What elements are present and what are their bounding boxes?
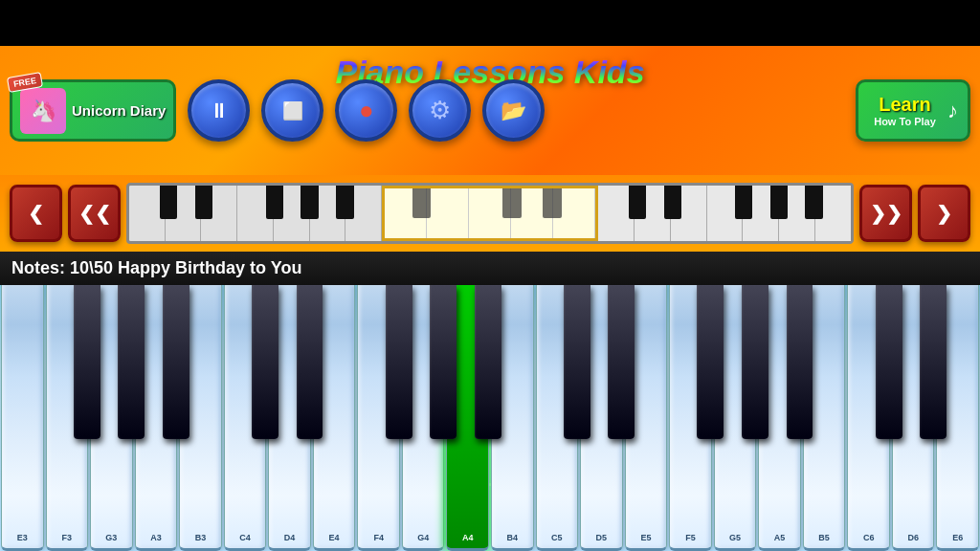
key-label-e3: E3: [17, 533, 28, 542]
learn-button[interactable]: Learn How To Play ♪: [856, 79, 970, 142]
key-label-e6: E6: [952, 533, 963, 542]
piano-preview: [126, 183, 854, 244]
key-label-d4: D4: [284, 533, 296, 542]
prev-single-icon: ❮: [28, 202, 44, 225]
black-key-d5sharp[interactable]: [608, 285, 635, 439]
prev-single-button[interactable]: ❮: [10, 185, 62, 242]
key-label-a4: A4: [462, 533, 474, 542]
unicorn-diary-label: Unicorn Diary: [72, 102, 166, 120]
unicorn-diary-button[interactable]: FREE 🦄 Unicorn Diary: [10, 79, 176, 142]
key-label-a3: A3: [150, 533, 162, 542]
record-button[interactable]: ●: [335, 79, 397, 142]
black-key-a5sharp[interactable]: [787, 285, 813, 439]
notes-status-bar: Notes: 10\50 Happy Birthday to You: [0, 252, 980, 285]
key-label-g4: G4: [417, 533, 429, 542]
black-key-a4sharp[interactable]: [475, 285, 501, 439]
black-key-f4sharp[interactable]: [386, 285, 412, 439]
key-label-f4: F4: [373, 533, 384, 542]
black-key-d4sharp[interactable]: [297, 285, 323, 439]
black-key-f5sharp[interactable]: [697, 285, 724, 439]
folder-button[interactable]: 📂: [482, 79, 545, 142]
music-note-icon: ♪: [947, 99, 958, 123]
pause-button[interactable]: ⏸: [188, 79, 250, 142]
next-double-button[interactable]: ❯❯: [859, 185, 912, 242]
key-label-c5: C5: [551, 533, 563, 542]
piano-keyboard-area: E3F3G3A3B3C4D4E4F4G4A4B4C5D5E5F5G5A5B5C6…: [0, 285, 980, 551]
key-label-b5: B5: [818, 533, 830, 542]
key-label-d5: D5: [596, 533, 608, 542]
settings-icon: ⚙: [429, 96, 451, 125]
prev-double-button[interactable]: ❮❮: [68, 185, 121, 242]
next-double-icon: ❯❯: [870, 202, 902, 225]
key-label-a5: A5: [774, 533, 786, 542]
black-key-g3sharp[interactable]: [118, 285, 145, 439]
top-black-bar: [0, 0, 980, 46]
record-icon: ●: [359, 96, 374, 125]
key-label-b4: B4: [507, 533, 519, 542]
key-label-b3: B3: [195, 533, 207, 542]
black-key-f3sharp[interactable]: [74, 285, 100, 439]
black-key-g4sharp[interactable]: [430, 285, 457, 439]
black-key-g5sharp[interactable]: [742, 285, 768, 439]
key-label-e4: E4: [329, 533, 340, 542]
key-label-f3: F3: [62, 533, 73, 542]
black-key-d6sharp[interactable]: [920, 285, 947, 439]
black-key-c4sharp[interactable]: [252, 285, 278, 439]
key-label-c4: C4: [239, 533, 251, 542]
learn-text: Learn How To Play: [868, 94, 942, 127]
unicorn-icon: 🦄: [20, 88, 66, 134]
key-label-g5: G5: [729, 533, 741, 542]
prev-double-icon: ❮❮: [78, 202, 111, 225]
stop-button[interactable]: ⬜: [261, 79, 323, 142]
pause-icon: ⏸: [209, 99, 230, 123]
next-single-icon: ❯: [936, 202, 952, 225]
black-key-a3sharp[interactable]: [163, 285, 189, 439]
settings-button[interactable]: ⚙: [409, 79, 471, 142]
key-label-g3: G3: [105, 533, 117, 542]
key-label-d6: D6: [907, 533, 919, 542]
key-label-e5: E5: [640, 533, 651, 542]
black-key-c6sharp[interactable]: [876, 285, 902, 439]
notes-text: Notes: 10\50 Happy Birthday to You: [11, 258, 301, 278]
folder-icon: 📂: [501, 99, 526, 123]
app-header: FREE 🦄 Unicorn Diary ⏸ ⬜ ● ⚙ 📂 Piano Les…: [0, 46, 980, 175]
key-label-f5: F5: [685, 533, 696, 542]
piano-key-e3[interactable]: E3: [1, 285, 44, 551]
key-label-c6: C6: [863, 533, 875, 542]
stop-icon: ⬜: [282, 100, 303, 121]
next-single-button[interactable]: ❯: [918, 185, 970, 242]
black-key-c5sharp[interactable]: [564, 285, 590, 439]
piano-navigation: ❮ ❮❮: [0, 175, 980, 252]
